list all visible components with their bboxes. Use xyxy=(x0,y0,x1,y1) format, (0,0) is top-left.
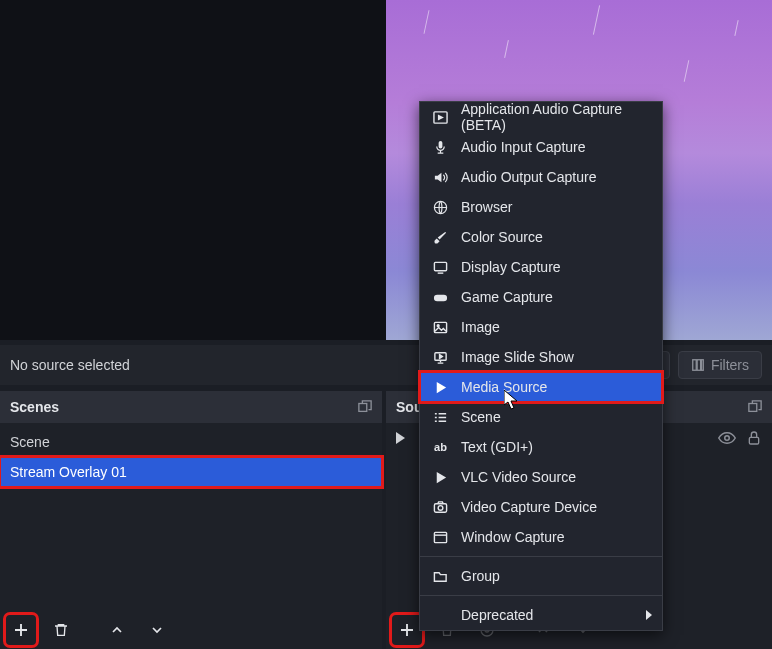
svg-rect-4 xyxy=(359,404,367,412)
speaker-icon xyxy=(432,169,449,186)
svg-rect-11 xyxy=(439,140,443,148)
scene-label: Stream Overlay 01 xyxy=(10,464,127,480)
svg-rect-15 xyxy=(434,322,446,332)
svg-point-6 xyxy=(725,436,730,441)
play-icon xyxy=(432,469,449,486)
svg-rect-13 xyxy=(434,262,446,270)
svg-rect-14 xyxy=(434,294,447,301)
menu-label: Color Source xyxy=(461,229,543,245)
submenu-arrow-icon xyxy=(646,610,652,620)
add-source-button[interactable] xyxy=(392,615,422,645)
menu-item-group[interactable]: Group xyxy=(420,561,662,591)
filters-label: Filters xyxy=(711,357,749,373)
svg-rect-7 xyxy=(749,437,758,444)
folder-icon xyxy=(432,568,449,585)
menu-item-deprecated[interactable]: Deprecated xyxy=(420,600,662,630)
visibility-icon[interactable] xyxy=(718,429,736,447)
menu-label: Audio Input Capture xyxy=(461,139,586,155)
menu-label: Image Slide Show xyxy=(461,349,574,365)
menu-separator xyxy=(420,595,662,596)
image-icon xyxy=(432,319,449,336)
menu-label: Browser xyxy=(461,199,512,215)
svg-rect-1 xyxy=(693,360,697,371)
brush-icon xyxy=(432,229,449,246)
menu-label: Display Capture xyxy=(461,259,561,275)
menu-item-app-audio[interactable]: Application Audio Capture (BETA) xyxy=(420,102,662,132)
menu-item-window-capture[interactable]: Window Capture xyxy=(420,522,662,552)
menu-item-display-capture[interactable]: Display Capture xyxy=(420,252,662,282)
menu-label: Image xyxy=(461,319,500,335)
menu-label: Text (GDI+) xyxy=(461,439,533,455)
scene-list: Scene Stream Overlay 01 xyxy=(0,423,382,487)
move-scene-up-button[interactable] xyxy=(102,615,132,645)
move-scene-down-button[interactable] xyxy=(142,615,172,645)
menu-label: Scene xyxy=(461,409,501,425)
add-scene-button[interactable] xyxy=(6,615,36,645)
svg-rect-2 xyxy=(697,360,701,371)
add-source-menu: Application Audio Capture (BETA) Audio I… xyxy=(419,101,663,631)
menu-item-browser[interactable]: Browser xyxy=(420,192,662,222)
mic-icon xyxy=(432,139,449,156)
menu-item-slideshow[interactable]: Image Slide Show xyxy=(420,342,662,372)
list-icon xyxy=(432,409,449,426)
monitor-icon xyxy=(432,259,449,276)
menu-label: VLC Video Source xyxy=(461,469,576,485)
gamepad-icon xyxy=(432,289,449,306)
menu-label: Group xyxy=(461,568,500,584)
scene-label: Scene xyxy=(10,434,50,450)
scenes-bottom-toolbar xyxy=(0,611,382,649)
menu-item-audio-input[interactable]: Audio Input Capture xyxy=(420,132,662,162)
scenes-title: Scenes xyxy=(10,399,59,415)
slideshow-icon xyxy=(432,349,449,366)
scene-item[interactable]: Stream Overlay 01 xyxy=(0,457,382,487)
filters-button[interactable]: Filters xyxy=(678,351,762,379)
svg-rect-20 xyxy=(434,532,446,542)
scenes-panel: Scenes Scene Stream Overlay 01 xyxy=(0,391,382,649)
lock-icon[interactable] xyxy=(746,430,762,446)
menu-item-color-source[interactable]: Color Source xyxy=(420,222,662,252)
menu-item-vlc[interactable]: VLC Video Source xyxy=(420,462,662,492)
filters-icon xyxy=(691,358,705,372)
menu-item-scene[interactable]: Scene xyxy=(420,402,662,432)
menu-item-video-capture[interactable]: Video Capture Device xyxy=(420,492,662,522)
svg-point-19 xyxy=(438,505,443,510)
detach-icon[interactable] xyxy=(748,400,762,414)
menu-item-media-source[interactable]: Media Source xyxy=(420,372,662,402)
menu-label: Deprecated xyxy=(461,607,533,623)
menu-item-text[interactable]: ab Text (GDI+) xyxy=(420,432,662,462)
text-icon: ab xyxy=(432,439,449,456)
play-icon xyxy=(396,432,405,444)
menu-separator xyxy=(420,556,662,557)
detach-icon[interactable] xyxy=(358,400,372,414)
app-audio-icon xyxy=(432,109,449,126)
menu-label: Window Capture xyxy=(461,529,565,545)
menu-label: Audio Output Capture xyxy=(461,169,596,185)
menu-item-audio-output[interactable]: Audio Output Capture xyxy=(420,162,662,192)
camera-icon xyxy=(432,499,449,516)
remove-scene-button[interactable] xyxy=(46,615,76,645)
menu-label: Game Capture xyxy=(461,289,553,305)
svg-rect-3 xyxy=(701,360,703,371)
no-source-label: No source selected xyxy=(10,357,130,373)
menu-item-image[interactable]: Image xyxy=(420,312,662,342)
menu-label: Media Source xyxy=(461,379,547,395)
globe-icon xyxy=(432,199,449,216)
svg-point-16 xyxy=(437,324,439,326)
scene-item[interactable]: Scene xyxy=(0,427,382,457)
menu-label: Application Audio Capture (BETA) xyxy=(461,101,650,133)
menu-item-game-capture[interactable]: Game Capture xyxy=(420,282,662,312)
window-icon xyxy=(432,529,449,546)
scenes-header: Scenes xyxy=(0,391,382,423)
menu-label: Video Capture Device xyxy=(461,499,597,515)
svg-rect-5 xyxy=(749,404,757,412)
play-icon xyxy=(432,379,449,396)
